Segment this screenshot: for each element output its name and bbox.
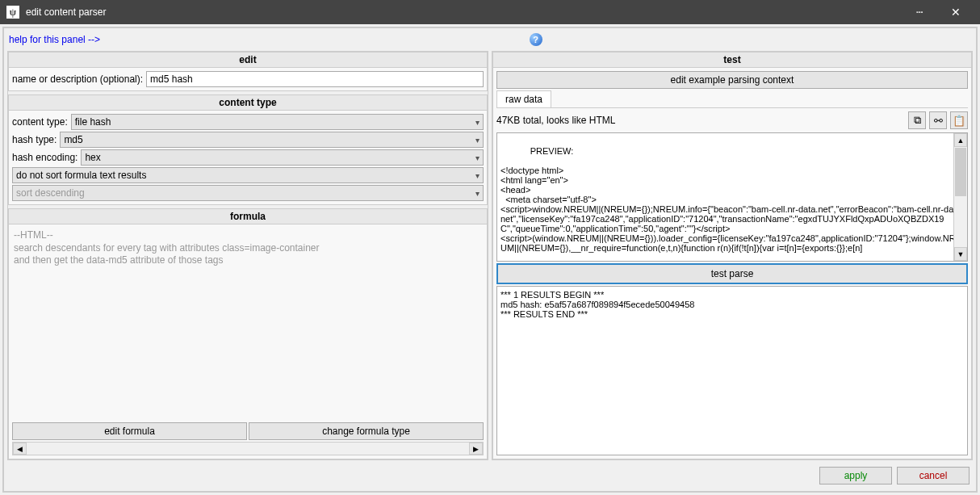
- hash-encoding-label: hash encoding:: [12, 152, 77, 163]
- bottom-bar: apply cancel: [6, 462, 974, 489]
- copy-icon: ⧉: [914, 114, 921, 127]
- test-head: test: [493, 52, 971, 68]
- chevron-down-icon: ▾: [475, 189, 480, 198]
- sort-value: do not sort formula text results: [16, 170, 146, 181]
- preview-scrollbar[interactable]: ▲ ▼: [953, 133, 967, 261]
- close-button[interactable]: ✕: [937, 0, 974, 24]
- apply-button[interactable]: apply: [819, 467, 892, 485]
- test-panel: test edit example parsing context raw da…: [492, 52, 972, 459]
- content-type-label: content type:: [12, 116, 68, 128]
- minimize-button[interactable]: ┄: [901, 0, 937, 24]
- formula-description: --HTML-- search descendants for every ta…: [12, 228, 484, 421]
- content-type-head: content type: [9, 95, 487, 111]
- chevron-down-icon: ▾: [475, 153, 480, 162]
- help-bar: help for this panel --> ?: [6, 30, 974, 49]
- preview-box[interactable]: PREVIEW: <!doctype html> <html lang="en"…: [496, 132, 968, 262]
- chevron-down-icon: ▾: [475, 118, 480, 127]
- edit-panel-head: edit: [9, 52, 487, 68]
- info-icon[interactable]: ?: [530, 33, 542, 46]
- name-input[interactable]: [146, 71, 484, 87]
- chevron-down-icon: ▾: [475, 136, 480, 145]
- tab-strip: raw data: [496, 90, 968, 108]
- status-text: 47KB total, looks like HTML: [496, 115, 905, 126]
- edit-context-button[interactable]: edit example parsing context: [496, 71, 968, 89]
- window-title: edit content parser: [26, 6, 901, 18]
- app-icon: ψ: [6, 6, 19, 19]
- scroll-right-icon[interactable]: ▶: [469, 443, 483, 455]
- edit-panel: edit name or description (optional):: [8, 52, 488, 91]
- paste-button[interactable]: 📋: [950, 111, 968, 129]
- hash-encoding-dropdown[interactable]: hex ▾: [81, 149, 484, 166]
- content-type-panel: content type content type: file hash ▾ h…: [8, 94, 488, 205]
- hash-type-label: hash type:: [12, 134, 57, 145]
- scroll-down-icon[interactable]: ▼: [954, 247, 967, 261]
- sort-dropdown[interactable]: do not sort formula text results ▾: [12, 167, 484, 183]
- copy-button[interactable]: ⧉: [908, 111, 926, 129]
- help-link[interactable]: help for this panel -->: [9, 34, 100, 45]
- change-formula-type-button[interactable]: change formula type: [249, 422, 484, 440]
- formula-panel: formula --HTML-- search descendants for …: [8, 208, 488, 459]
- scroll-up-icon[interactable]: ▲: [954, 133, 967, 147]
- link-icon: ⚯: [934, 115, 943, 127]
- titlebar: ψ edit content parser ┄ ✕: [0, 0, 980, 24]
- scroll-thumb[interactable]: [955, 148, 966, 196]
- content-type-value: file hash: [75, 116, 111, 128]
- hash-type-value: md5: [64, 134, 82, 145]
- sort-direction-value: sort descending: [16, 187, 85, 199]
- name-label: name or description (optional):: [12, 73, 143, 85]
- clipboard-icon: 📋: [953, 115, 965, 127]
- sort-direction-dropdown: sort descending ▾: [12, 185, 484, 201]
- formula-hscroll[interactable]: ◀ ▶: [12, 442, 484, 455]
- edit-formula-button[interactable]: edit formula: [12, 422, 247, 440]
- link-button[interactable]: ⚯: [929, 111, 947, 129]
- chevron-down-icon: ▾: [475, 171, 480, 180]
- hash-type-dropdown[interactable]: md5 ▾: [60, 132, 484, 148]
- test-parse-button[interactable]: test parse: [496, 263, 968, 284]
- content-type-dropdown[interactable]: file hash ▾: [71, 114, 484, 130]
- scroll-left-icon[interactable]: ◀: [13, 443, 27, 455]
- preview-text: PREVIEW: <!doctype html> <html lang="en"…: [500, 146, 964, 253]
- hash-encoding-value: hex: [85, 152, 100, 163]
- tab-raw-data[interactable]: raw data: [496, 90, 551, 107]
- formula-head: formula: [9, 209, 487, 224]
- cancel-button[interactable]: cancel: [897, 467, 970, 485]
- results-box[interactable]: *** 1 RESULTS BEGIN *** md5 hash: e5af57…: [496, 286, 968, 455]
